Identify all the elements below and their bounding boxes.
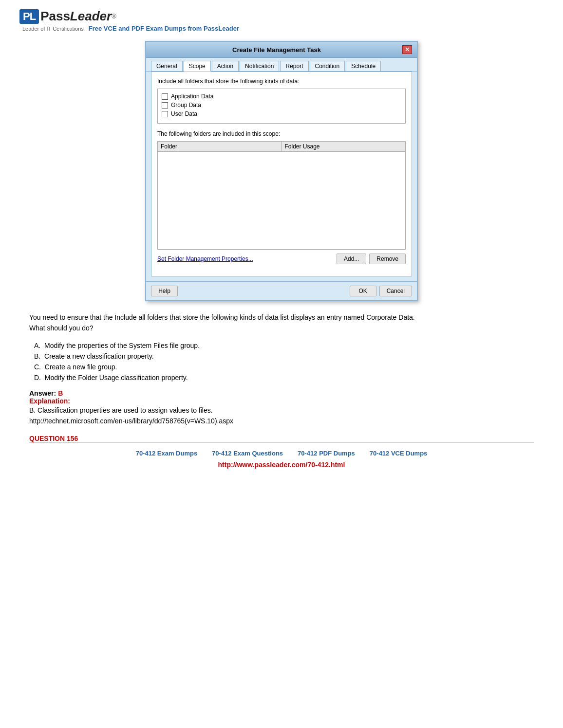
checkbox-application-data-label: Application Data: [171, 93, 213, 100]
folder-right-buttons: Add... Remove: [337, 254, 406, 264]
dialog-tabs: General Scope Action Notification Report…: [146, 58, 417, 72]
footer-link-vce-dumps[interactable]: 70-412 VCE Dumps: [370, 450, 428, 457]
option-a-letter: A.: [34, 342, 40, 349]
answer-section: Answer: B Explanation: B. Classification…: [29, 389, 534, 427]
main-content: Create File Management Task ✕ General Sc…: [0, 36, 563, 482]
checkbox-user-data[interactable]: User Data: [162, 110, 401, 117]
option-b-text: Create a new classification property.: [44, 352, 154, 360]
option-d-letter: D.: [34, 374, 41, 382]
dialog-title: Create File Management Task: [151, 46, 402, 54]
footer-link-exam-questions[interactable]: 70-412 Exam Questions: [212, 450, 283, 457]
checkbox-user-data-label: User Data: [171, 110, 197, 117]
ok-button[interactable]: OK: [350, 286, 376, 296]
answer-value-text: B: [58, 389, 63, 397]
checkbox-list: Application Data Group Data User Data: [157, 89, 406, 124]
question-number: QUESTION 156: [29, 435, 534, 442]
logo-row: PL PassLeader®: [19, 9, 116, 24]
add-button[interactable]: Add...: [337, 254, 366, 264]
option-b: B. Create a new classification property.: [29, 352, 534, 360]
explanation-row: Explanation:: [29, 397, 534, 405]
logo-pass-text: Pass: [40, 9, 70, 24]
logo-pl-box: PL: [19, 9, 39, 24]
folder-table-body: [158, 152, 405, 249]
tagline-right: Free VCE and PDF Exam Dumps from PassLea…: [89, 25, 239, 32]
tab-schedule[interactable]: Schedule: [346, 61, 381, 71]
checkbox-application-data[interactable]: Application Data: [162, 93, 401, 100]
explanation-text: B. Classification properties are used to…: [29, 405, 534, 427]
option-c-text: Create a new file group.: [45, 363, 117, 371]
footer-left: Help: [151, 286, 178, 296]
set-folder-properties-link[interactable]: Set Folder Management Properties...: [157, 255, 253, 262]
answer-options-list: A. Modify the properties of the System F…: [29, 342, 534, 382]
tab-report[interactable]: Report: [280, 61, 308, 71]
checkbox-user-data-box[interactable]: [162, 111, 168, 117]
checkbox-group-data-box[interactable]: [162, 102, 168, 109]
checkbox-group-data-label: Group Data: [171, 102, 201, 109]
remove-button[interactable]: Remove: [369, 254, 406, 264]
dialog-footer: Help OK Cancel: [146, 281, 417, 300]
tagline-row: Leader of IT Certifications Free VCE and…: [22, 25, 239, 32]
tagline-left: Leader of IT Certifications: [22, 26, 84, 32]
folder-col-usage-header: Folder Usage: [282, 142, 406, 151]
footer-links: 70-412 Exam Dumps 70-412 Exam Questions …: [29, 442, 534, 473]
folders-label: The following folders are included in th…: [157, 130, 406, 137]
help-button[interactable]: Help: [151, 286, 178, 296]
option-d-text: Modify the Folder Usage classification p…: [45, 374, 188, 382]
option-b-letter: B.: [34, 352, 40, 360]
tab-notification[interactable]: Notification: [240, 61, 279, 71]
folder-table-header: Folder Folder Usage: [158, 142, 405, 152]
question-text: You need to ensure that the Include all …: [29, 312, 534, 334]
option-a-text: Modify the properties of the System File…: [44, 342, 200, 349]
footer-link-exam-dumps[interactable]: 70-412 Exam Dumps: [136, 450, 197, 457]
checkbox-group-data[interactable]: Group Data: [162, 102, 401, 109]
tab-general[interactable]: General: [151, 61, 183, 71]
logo-leader-text: Leader: [70, 9, 112, 24]
create-file-task-dialog: Create File Management Task ✕ General Sc…: [145, 41, 418, 301]
cancel-button[interactable]: Cancel: [379, 286, 412, 296]
answer-row: Answer: B: [29, 389, 534, 397]
option-c: C. Create a new file group.: [29, 363, 534, 371]
option-d: D. Modify the Folder Usage classificatio…: [29, 374, 534, 382]
explanation-label: Explanation:: [29, 397, 70, 405]
option-c-letter: C.: [34, 363, 41, 371]
folder-col-folder-header: Folder: [158, 142, 282, 151]
footer-right: OK Cancel: [350, 286, 412, 296]
dialog-wrapper: Create File Management Task ✕ General Sc…: [29, 41, 534, 301]
option-a: A. Modify the properties of the System F…: [29, 342, 534, 349]
page-header: PL PassLeader® Leader of IT Certificatio…: [0, 0, 563, 36]
tab-condition[interactable]: Condition: [310, 61, 345, 71]
close-button[interactable]: ✕: [402, 45, 412, 54]
footer-link-pdf-dumps[interactable]: 70-412 PDF Dumps: [298, 450, 355, 457]
tab-scope[interactable]: Scope: [184, 61, 211, 72]
tab-action[interactable]: Action: [212, 61, 239, 71]
dialog-body: Include all folders that store the follo…: [151, 72, 412, 276]
checkbox-application-data-box[interactable]: [162, 93, 168, 100]
footer-url[interactable]: http://www.passleader.com/70-412.html: [29, 461, 534, 469]
folder-actions: Set Folder Management Properties... Add.…: [157, 254, 406, 264]
logo-reg: ®: [112, 13, 116, 20]
folder-table: Folder Folder Usage: [157, 141, 406, 250]
dialog-titlebar: Create File Management Task ✕: [146, 42, 417, 58]
answer-label: Answer:: [29, 389, 56, 397]
include-label: Include all folders that store the follo…: [157, 78, 406, 85]
footer-link-row: 70-412 Exam Dumps 70-412 Exam Questions …: [29, 450, 534, 457]
